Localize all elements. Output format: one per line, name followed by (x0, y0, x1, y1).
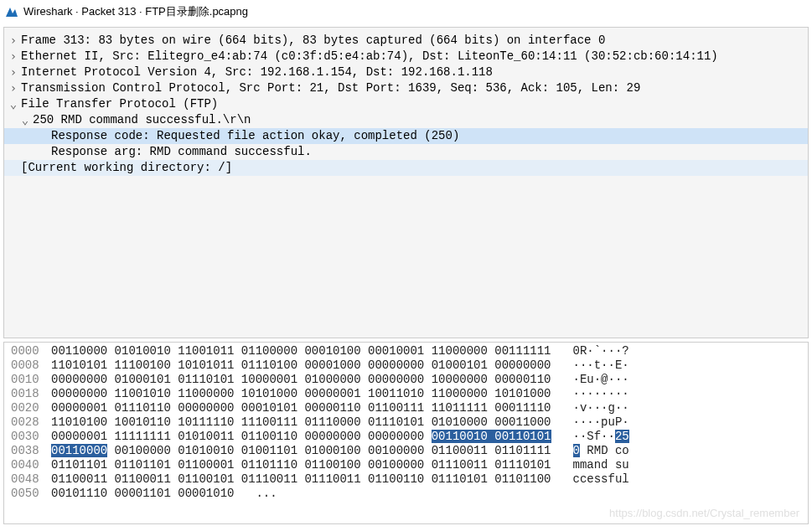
hex-bytes[interactable]: 00000001 11111111 01010011 01100110 0000… (51, 430, 551, 444)
hex-offset: 0018 (11, 387, 51, 401)
hex-bytes[interactable]: 00110000 00100000 01010010 01001101 0100… (51, 444, 551, 458)
collapse-icon[interactable]: ⌄ (19, 112, 31, 128)
tree-ftp[interactable]: ⌄File Transfer Protocol (FTP) (4, 96, 808, 112)
hex-bytes[interactable]: 00000000 11001010 11000000 10101000 0000… (51, 387, 551, 401)
hex-ascii[interactable]: ... (256, 487, 277, 501)
hex-offset: 0008 (11, 358, 51, 373)
wireshark-icon (5, 5, 18, 18)
hex-bytes[interactable]: 01100011 01100011 01100101 01110011 0111… (51, 472, 551, 487)
hex-row[interactable]: 002811010100 10010110 10111110 11100111 … (4, 415, 808, 430)
hex-offset: 0010 (11, 373, 51, 387)
hex-ascii[interactable]: ·Eu·@··· (573, 373, 629, 387)
hex-row[interactable]: 003800110000 00100000 01010010 01001101 … (4, 444, 808, 458)
packet-details-pane[interactable]: ›Frame 313: 83 bytes on wire (664 bits),… (3, 27, 809, 338)
hex-offset: 0020 (11, 401, 51, 415)
expand-icon[interactable]: › (8, 49, 19, 64)
expand-icon[interactable]: › (8, 64, 19, 80)
hex-offset: 0028 (11, 415, 51, 430)
hex-row[interactable]: 004801100011 01100011 01100101 01110011 … (4, 472, 808, 487)
hex-ascii[interactable]: ···t··E· (573, 358, 629, 373)
hex-bytes[interactable]: 11010101 11100100 10101011 01110100 0000… (51, 358, 551, 373)
hex-bytes[interactable]: 11010100 10010110 10111110 11100111 0111… (51, 415, 551, 430)
hex-ascii[interactable]: ····puP· (573, 415, 629, 430)
tree-tcp[interactable]: ›Transmission Control Protocol, Src Port… (4, 80, 808, 96)
packet-bytes-pane[interactable]: 000000110000 01010010 11001011 01100000 … (3, 342, 809, 524)
hex-offset: 0038 (11, 444, 51, 458)
collapse-icon[interactable]: ⌄ (8, 96, 19, 112)
hex-row[interactable]: 000811010101 11100100 10101011 01110100 … (4, 358, 808, 373)
hex-offset: 0030 (11, 430, 51, 444)
hex-bytes[interactable]: 00101110 00001101 00001010 (51, 487, 234, 501)
hex-row[interactable]: 001800000000 11001010 11000000 10101000 … (4, 387, 808, 401)
tree-response-code[interactable]: Response code: Requested file action oka… (4, 128, 808, 144)
tree-response-arg[interactable]: Response arg: RMD command successful. (4, 144, 808, 160)
hex-ascii[interactable]: mmand su (573, 458, 629, 472)
hex-ascii[interactable]: ccessful (573, 472, 629, 487)
hex-offset: 0050 (11, 487, 51, 501)
expand-icon[interactable]: › (8, 80, 19, 96)
hex-row[interactable]: 002000000001 01110110 00000000 00010101 … (4, 401, 808, 415)
window-title: Wireshark · Packet 313 · FTP目录删除.pcapng (23, 4, 248, 19)
hex-offset: 0040 (11, 458, 51, 472)
watermark-text: https://blog.csdn.net/Crystal_remember (609, 506, 799, 520)
hex-ascii[interactable]: ·v···g·· (573, 401, 629, 415)
hex-bytes[interactable]: 00110000 01010010 11001011 01100000 0001… (51, 344, 551, 358)
hex-row[interactable]: 000000110000 01010010 11001011 01100000 … (4, 344, 808, 358)
hex-row[interactable]: 005000101110 00001101 00001010... (4, 487, 808, 501)
hex-offset: 0048 (11, 472, 51, 487)
hex-bytes[interactable]: 00000001 01110110 00000000 00010101 0000… (51, 401, 551, 415)
hex-offset: 0000 (11, 344, 51, 358)
expand-icon[interactable]: › (8, 33, 19, 49)
window-titlebar: Wireshark · Packet 313 · FTP目录删除.pcapng (0, 0, 812, 23)
tree-frame[interactable]: ›Frame 313: 83 bytes on wire (664 bits),… (4, 33, 808, 49)
tree-cwd[interactable]: [Current working directory: /] (4, 160, 808, 176)
hex-ascii[interactable]: 0R·`···? (573, 344, 629, 358)
hex-bytes[interactable]: 01101101 01101101 01100001 01101110 0110… (51, 458, 551, 472)
hex-row[interactable]: 004001101101 01101101 01100001 01101110 … (4, 458, 808, 472)
hex-ascii[interactable]: ········ (573, 387, 629, 401)
hex-row[interactable]: 003000000001 11111111 01010011 01100110 … (4, 430, 808, 444)
hex-row[interactable]: 001000000000 01000101 01110101 10000001 … (4, 373, 808, 387)
tree-ftp-response[interactable]: ⌄250 RMD command successful.\r\n (4, 112, 808, 128)
hex-bytes[interactable]: 00000000 01000101 01110101 10000001 0100… (51, 373, 551, 387)
tree-ethernet[interactable]: ›Ethernet II, Src: Elitegro_e4:ab:74 (c0… (4, 49, 808, 64)
tree-ip[interactable]: ›Internet Protocol Version 4, Src: 192.1… (4, 64, 808, 80)
hex-ascii[interactable]: ··Sf··25 (573, 430, 629, 444)
hex-ascii[interactable]: 0 RMD co (573, 444, 629, 458)
